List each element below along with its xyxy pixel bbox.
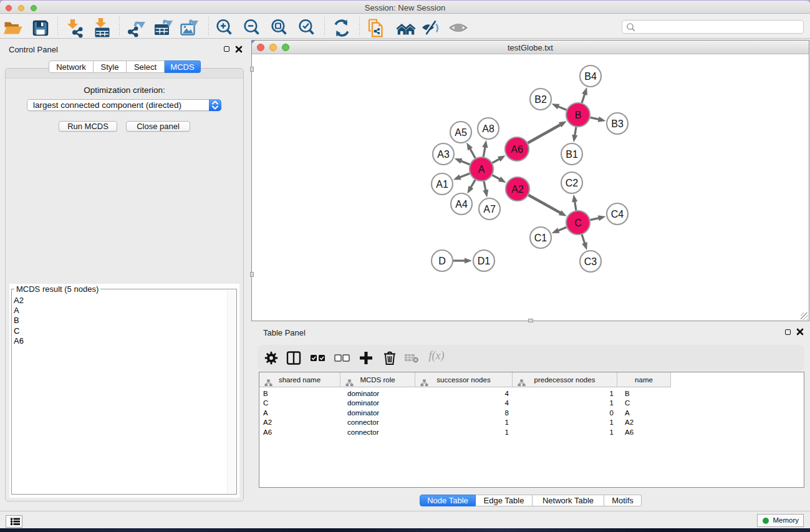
svg-text:D: D [438, 256, 446, 266]
svg-text:A: A [478, 164, 485, 175]
svg-text:C4: C4 [611, 209, 624, 220]
svg-text:A8: A8 [482, 123, 494, 134]
svg-text:A3: A3 [437, 149, 450, 160]
svg-text:C2: C2 [566, 178, 579, 188]
svg-text:B1: B1 [566, 149, 578, 160]
svg-text:B: B [575, 110, 582, 120]
svg-text:A2: A2 [511, 184, 524, 195]
svg-text:C1: C1 [534, 233, 547, 243]
svg-text:D1: D1 [478, 256, 491, 266]
svg-text:B3: B3 [611, 118, 624, 129]
svg-text:C: C [574, 218, 582, 228]
svg-text:A6: A6 [511, 144, 523, 155]
svg-text:C3: C3 [584, 256, 597, 267]
svg-text:A1: A1 [436, 179, 448, 190]
svg-text:A5: A5 [455, 127, 467, 138]
svg-text:A4: A4 [455, 199, 468, 210]
svg-text:B2: B2 [534, 94, 547, 105]
svg-text:A7: A7 [483, 204, 496, 215]
svg-text:B4: B4 [584, 71, 597, 82]
